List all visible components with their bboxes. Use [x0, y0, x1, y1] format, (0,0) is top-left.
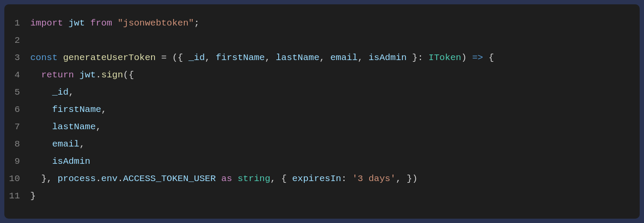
code-line[interactable]: 10 }, process.env.ACCESS_TOKEN_USER as s… — [4, 170, 640, 188]
code-token: firstName — [216, 53, 265, 63]
code-token: , }) — [396, 174, 417, 184]
code-token: , — [68, 87, 74, 97]
code-token: return — [41, 70, 74, 80]
code-content[interactable]: const generateUserToken = ({ _id, firstN… — [30, 49, 494, 67]
line-number: 3 — [4, 49, 30, 67]
code-token: , — [319, 53, 330, 63]
line-number: 7 — [4, 118, 30, 136]
code-token — [63, 18, 69, 28]
code-token: process — [58, 174, 96, 184]
code-token — [30, 156, 52, 166]
code-token: , — [101, 105, 107, 115]
code-content[interactable]: isAdmin — [30, 153, 90, 170]
code-token: . — [96, 70, 101, 80]
code-token: email — [330, 53, 357, 63]
code-editor[interactable]: 1import jwt from "jsonwebtoken";23const … — [4, 4, 640, 219]
code-token: firstName — [52, 105, 101, 115]
code-line[interactable]: 5 _id, — [4, 84, 640, 101]
code-token: isAdmin — [52, 156, 90, 166]
code-token: IToken — [428, 53, 461, 63]
line-number: 2 — [4, 32, 30, 49]
code-token: env — [101, 174, 118, 184]
code-token: ACCESS_TOKEN_USER — [123, 174, 216, 184]
code-token: as — [221, 174, 232, 184]
code-content[interactable]: email, — [30, 136, 85, 153]
code-token — [232, 174, 238, 184]
code-token — [30, 105, 52, 115]
code-token: } — [30, 191, 36, 201]
line-number: 9 — [4, 153, 30, 170]
code-token: const — [30, 53, 58, 63]
code-token — [30, 139, 52, 149]
line-number: 1 — [4, 15, 30, 32]
code-content[interactable]: import jwt from "jsonwebtoken"; — [30, 15, 200, 32]
code-token: ) — [461, 53, 472, 63]
code-token: => — [472, 53, 483, 63]
code-line[interactable]: 6 firstName, — [4, 101, 640, 118]
code-line[interactable]: 4 return jwt.sign({ — [4, 67, 640, 84]
code-token — [30, 70, 41, 80]
code-token: , — [357, 53, 368, 63]
code-token — [85, 18, 90, 28]
code-content[interactable]: return jwt.sign({ — [30, 67, 134, 84]
line-number: 5 — [4, 84, 30, 101]
code-token: , — [79, 139, 85, 149]
code-token: . — [118, 174, 123, 184]
code-token: ({ — [123, 70, 134, 80]
code-line[interactable]: 2 — [4, 32, 640, 49]
code-token: }, — [30, 174, 58, 184]
code-line[interactable]: 3const generateUserToken = ({ _id, first… — [4, 49, 640, 67]
code-token: , — [96, 122, 101, 132]
code-token: lastName — [276, 53, 319, 63]
code-token: from — [90, 18, 112, 28]
code-line[interactable]: 8 email, — [4, 136, 640, 153]
code-token — [30, 122, 52, 132]
code-content[interactable]: lastName, — [30, 118, 101, 136]
line-number: 4 — [4, 67, 30, 84]
line-number: 8 — [4, 136, 30, 153]
line-number: 6 — [4, 101, 30, 118]
code-token: _id — [189, 53, 205, 63]
code-token: , — [265, 53, 276, 63]
code-token: "jsonwebtoken" — [118, 18, 194, 28]
code-token: lastName — [52, 122, 96, 132]
code-token — [30, 87, 52, 97]
code-token: expiresIn — [292, 174, 341, 184]
code-token: _id — [52, 87, 68, 97]
code-token: jwt — [79, 70, 96, 80]
code-token — [112, 18, 118, 28]
code-token: email — [52, 139, 79, 149]
code-token: '3 days' — [352, 174, 396, 184]
code-line[interactable]: 1import jwt from "jsonwebtoken"; — [4, 15, 640, 32]
code-token: sign — [101, 70, 123, 80]
code-line[interactable]: 7 lastName, — [4, 118, 640, 136]
code-token: . — [96, 174, 101, 184]
code-line[interactable]: 11} — [4, 188, 640, 205]
line-number: 10 — [4, 170, 30, 188]
code-token: ; — [194, 18, 200, 28]
code-token: = ({ — [156, 53, 189, 63]
line-number: 11 — [4, 188, 30, 205]
code-content[interactable]: firstName, — [30, 101, 106, 118]
code-token: : — [341, 174, 352, 184]
code-token: , — [205, 53, 216, 63]
code-content[interactable]: }, process.env.ACCESS_TOKEN_USER as stri… — [30, 170, 418, 188]
code-content[interactable]: } — [30, 188, 36, 205]
code-token: isAdmin — [368, 53, 406, 63]
code-token — [58, 53, 63, 63]
code-token: import — [30, 18, 63, 28]
code-token — [216, 174, 222, 184]
code-line[interactable]: 9 isAdmin — [4, 153, 640, 170]
code-token: generateUserToken — [63, 53, 156, 63]
code-token — [74, 70, 80, 80]
code-token: , { — [270, 174, 292, 184]
code-token: }: — [407, 53, 428, 63]
code-token: string — [238, 174, 270, 184]
code-token: jwt — [68, 18, 85, 28]
code-token: { — [483, 53, 494, 63]
code-content[interactable]: _id, — [30, 84, 74, 101]
